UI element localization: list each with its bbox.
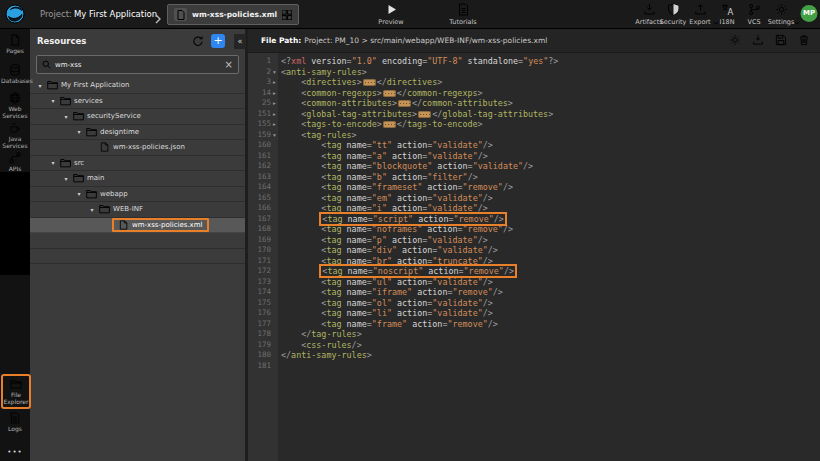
sidebar-item-pages[interactable]: Pages xyxy=(0,34,30,55)
add-resource-button[interactable]: + xyxy=(211,34,225,48)
fold-caret-icon[interactable]: ▾ xyxy=(271,130,278,141)
tree-caret-icon[interactable]: ▾ xyxy=(49,97,57,104)
save-icon[interactable] xyxy=(775,34,787,46)
sidebar-item-label: Logs xyxy=(1,426,29,433)
settings-button[interactable]: Settings xyxy=(763,3,799,26)
preview-button[interactable]: Preview xyxy=(373,3,409,26)
refresh-icon[interactable] xyxy=(192,35,204,47)
logs-icon xyxy=(9,412,21,424)
annotation-highlight-box: <tag name="noscript" action="remove"/> xyxy=(321,266,515,276)
tree-caret-icon[interactable]: ▾ xyxy=(75,128,83,135)
download-icon[interactable] xyxy=(752,34,764,46)
code-line-text: <tag name="p" action="validate"/> xyxy=(278,235,488,246)
folded-code-pill[interactable] xyxy=(383,90,396,97)
line-number: 172 xyxy=(248,266,278,277)
search-input[interactable] xyxy=(55,61,221,69)
tree-caret-icon[interactable]: ▾ xyxy=(62,175,70,182)
tree-caret-icon[interactable]: ▾ xyxy=(49,159,57,166)
line-number: 14▸ xyxy=(248,88,278,99)
code-line-171: 171 <tag name="br" action="truncate"/> xyxy=(248,256,820,267)
fold-caret-icon[interactable]: ▸ xyxy=(271,88,278,99)
collapse-panel-button[interactable]: « xyxy=(234,34,246,49)
tree-item-label: wm-xss-policies.json xyxy=(113,143,185,151)
project-label: Project: xyxy=(40,9,72,19)
tree-item-src[interactable]: ▾src xyxy=(30,156,245,172)
tutorials-label: Tutorials xyxy=(449,18,476,26)
user-avatar[interactable]: MP xyxy=(801,5,818,22)
clear-search-icon[interactable]: × xyxy=(225,60,233,70)
folder-icon xyxy=(86,127,97,137)
grid-icon[interactable] xyxy=(282,5,292,24)
folded-code-pill[interactable] xyxy=(418,111,431,118)
delete-icon[interactable] xyxy=(798,34,810,46)
line-number: 3▸ xyxy=(248,77,278,88)
tree-item-web-inf[interactable]: ▾WEB-INF xyxy=(30,202,245,218)
line-number: 168 xyxy=(248,224,278,235)
fold-caret-icon[interactable]: ▸ xyxy=(271,109,278,120)
line-number: 159▾ xyxy=(248,130,278,141)
code-line-181: 181 xyxy=(248,361,820,372)
fold-caret-icon[interactable]: ▸ xyxy=(271,119,278,130)
code-line-180: 180</anti-samy-rules> xyxy=(248,350,820,361)
sidebar-item-java-services[interactable]: Java Services xyxy=(0,122,30,149)
code-line-1: 1<?xml version="1.0" encoding="UTF-8" st… xyxy=(248,56,820,67)
sidebar-item-label: Java Services xyxy=(1,136,29,149)
tree-caret-icon[interactable]: ▾ xyxy=(75,190,83,197)
sidebar-item-web-services[interactable]: Web Services xyxy=(0,92,30,119)
code-line-163: 163 <tag name="b" action="filter"/> xyxy=(248,172,820,183)
tree-item-wm-xss-policies-json[interactable]: wm-xss-policies.json xyxy=(30,140,245,156)
code-line-177: 177 <tag name="frame" action="remove"/> xyxy=(248,319,820,330)
code-line-168: 168 <tag name="noframes" action="remove"… xyxy=(248,224,820,235)
tree-caret-icon[interactable]: ▾ xyxy=(62,113,70,120)
fold-caret-icon[interactable]: ▾ xyxy=(271,67,278,78)
folder-icon xyxy=(60,96,71,106)
code-line-text xyxy=(278,361,281,372)
settings-icon[interactable] xyxy=(729,34,741,46)
tree-item-label: main xyxy=(87,174,105,182)
tree-caret-icon[interactable]: ▾ xyxy=(88,206,96,213)
file-path-label: File Path: xyxy=(261,36,301,45)
tree-item-webapp[interactable]: ▾webapp xyxy=(30,187,245,203)
line-number: 169 xyxy=(248,235,278,246)
tree-caret-icon[interactable]: ▾ xyxy=(36,82,44,89)
line-number: 174 xyxy=(248,287,278,298)
line-number: 165 xyxy=(248,193,278,204)
code-area[interactable]: 1<?xml version="1.0" encoding="UTF-8" st… xyxy=(248,53,820,461)
tree-item-securityservice[interactable]: ▾securityService xyxy=(30,109,245,125)
sidebar-item-label: Pages xyxy=(1,48,29,55)
tree-item-services[interactable]: ▾services xyxy=(30,94,245,110)
app-root: Project:My First Application wm-xss-poli… xyxy=(0,0,820,461)
code-line-2: 2▾<anti-samy-rules> xyxy=(248,67,820,78)
sidebar-item-apis[interactable]: APIs xyxy=(0,152,30,173)
folded-code-pill[interactable] xyxy=(398,100,411,107)
tree-item-my-first-application[interactable]: ▾My First Application xyxy=(30,78,245,94)
code-line-25: 25▸ <common-attributes></common-attribut… xyxy=(248,98,820,109)
sidebar-item-logs[interactable]: Logs xyxy=(0,412,30,433)
line-number: 2▾ xyxy=(248,67,278,78)
more-tools-button[interactable]: ••• xyxy=(0,448,30,456)
fold-caret-icon[interactable]: ▸ xyxy=(271,77,278,88)
databases-icon xyxy=(9,64,21,76)
tab-wm-xss-policies[interactable]: wm-xss-policies.xml xyxy=(167,4,299,25)
sidebar-item-file-explorer[interactable]: File Explorer xyxy=(1,374,31,409)
folded-code-pill[interactable] xyxy=(363,79,376,86)
editor-panel: File Path: Project: PM_10 > src/main/web… xyxy=(248,28,820,461)
code-line-164: 164 <tag name="frameset" action="remove"… xyxy=(248,182,820,193)
code-line-text: <tag name="br" action="truncate"/> xyxy=(278,256,493,267)
tree-item-designtime[interactable]: ▾designtime xyxy=(30,125,245,141)
resources-title: Resources xyxy=(37,36,192,46)
document-icon xyxy=(457,3,470,16)
file-icon xyxy=(174,8,187,21)
code-line-179: 179 <css-rules/> xyxy=(248,340,820,351)
tutorials-button[interactable]: Tutorials xyxy=(445,3,481,26)
fold-caret-icon[interactable]: ▸ xyxy=(271,98,278,109)
resources-header: Resources + « xyxy=(30,28,245,54)
tree-item-wm-xss-policies-xml[interactable]: wm-xss-policies.xml xyxy=(30,218,245,234)
folded-code-pill[interactable] xyxy=(383,121,396,128)
code-line-169: 169 <tag name="p" action="validate"/> xyxy=(248,235,820,246)
wavemaker-logo-icon[interactable] xyxy=(5,4,25,24)
sidebar-item-databases[interactable]: Databases xyxy=(0,64,30,85)
tree-item-main[interactable]: ▾main xyxy=(30,171,245,187)
line-number: 164 xyxy=(248,182,278,193)
code-line-162: 162 <tag name="blockquote" action="valid… xyxy=(248,161,820,172)
